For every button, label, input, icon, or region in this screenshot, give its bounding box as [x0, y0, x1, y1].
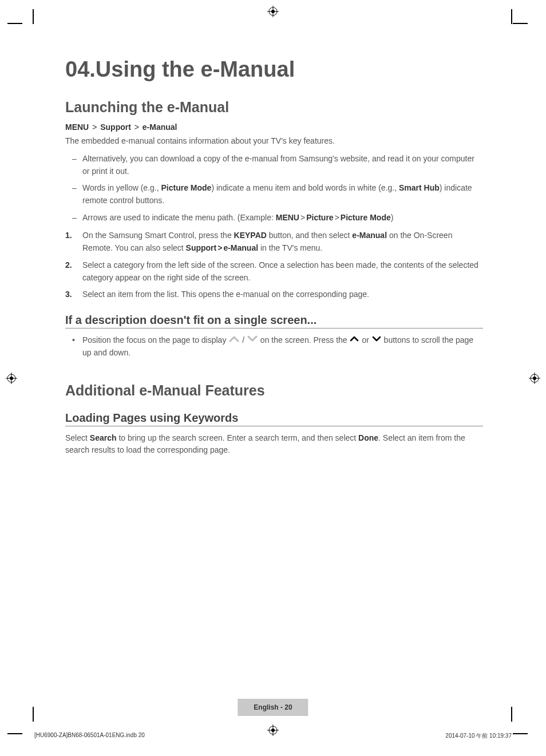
bold-term: e-Manual — [223, 243, 258, 252]
chevron-right-icon: > — [300, 212, 305, 224]
bold-term: Picture Mode — [161, 183, 211, 192]
crop-mark — [511, 9, 512, 24]
crop-mark — [33, 9, 34, 24]
bold-term: Done — [358, 433, 378, 442]
chevron-right-icon: > — [217, 242, 222, 255]
step-number: 2. — [65, 259, 72, 272]
chapter-title: 04.Using the e-Manual — [65, 57, 483, 82]
list-item: 2.Select a category from the left side o… — [65, 259, 483, 284]
chevron-up-icon — [350, 334, 359, 346]
step-number: 3. — [65, 288, 72, 301]
body-text: Select Search to bring up the search scr… — [65, 432, 483, 456]
print-datetime: 2014-07-10 午前 10:19:37 — [445, 732, 512, 740]
registration-mark-icon — [529, 373, 540, 384]
crop-mark — [513, 23, 528, 24]
note-list: Alternatively, you can download a copy o… — [65, 153, 483, 224]
chevron-down-icon — [372, 334, 381, 346]
section-title: Additional e-Manual Features — [65, 382, 483, 399]
breadcrumb-item: Support — [100, 122, 131, 132]
list-item: 3.Select an item from the list. This ope… — [65, 288, 483, 301]
breadcrumb-item: Picture Mode — [341, 213, 391, 222]
chevron-up-gray-icon — [229, 334, 239, 346]
breadcrumb-item: Picture — [306, 213, 333, 222]
page-number-badge: English - 20 — [238, 699, 308, 716]
print-footer: [HU6900-ZA]BN68-06501A-01ENG.indb 20 201… — [34, 732, 512, 740]
crop-mark — [7, 23, 22, 24]
chevron-right-icon: > — [134, 122, 139, 132]
note-list: Position the focus on the page to displa… — [65, 334, 483, 359]
intro-text: The embedded e-manual contains informati… — [65, 135, 483, 147]
bold-term: Support — [186, 243, 217, 252]
step-list: 1. On the Samsung Smart Control, press t… — [65, 229, 483, 300]
registration-mark-icon — [6, 373, 17, 384]
registration-mark-icon — [267, 6, 279, 17]
bold-term: Smart Hub — [399, 183, 440, 192]
list-item: Words in yellow (e.g., Picture Mode) ind… — [65, 182, 483, 207]
bold-term: e-Manual — [352, 231, 387, 240]
list-item: Arrows are used to indicate the menu pat… — [65, 212, 483, 224]
breadcrumb-item: e-Manual — [143, 122, 177, 132]
subsection-title: If a description doesn't fit on a single… — [65, 314, 483, 328]
list-item: Position the focus on the page to displa… — [65, 334, 483, 359]
breadcrumb-item: MENU — [65, 122, 89, 132]
breadcrumb-item: MENU — [276, 213, 299, 222]
crop-mark — [7, 733, 22, 734]
chevron-right-icon: > — [335, 212, 339, 224]
page-content: 04.Using the e-Manual Launching the e-Ma… — [65, 52, 483, 462]
source-filename: [HU6900-ZA]BN68-06501A-01ENG.indb 20 — [34, 732, 145, 740]
step-number: 1. — [65, 229, 72, 242]
section-title: Launching the e-Manual — [65, 99, 483, 116]
bold-term: Search — [90, 433, 117, 442]
crop-mark — [33, 707, 34, 722]
crop-mark — [513, 733, 528, 734]
subsection-title: Loading Pages using Keywords — [65, 411, 483, 426]
chevron-right-icon: > — [92, 122, 97, 132]
bold-term: KEYPAD — [234, 231, 267, 240]
menu-path: MENU > Support > e-Manual — [65, 122, 483, 132]
list-item: Alternatively, you can download a copy o… — [65, 153, 483, 177]
crop-mark — [511, 707, 512, 722]
list-item: 1. On the Samsung Smart Control, press t… — [65, 229, 483, 254]
manual-page: 04.Using the e-Manual Launching the e-Ma… — [0, 0, 546, 756]
chevron-down-gray-icon — [247, 334, 258, 346]
